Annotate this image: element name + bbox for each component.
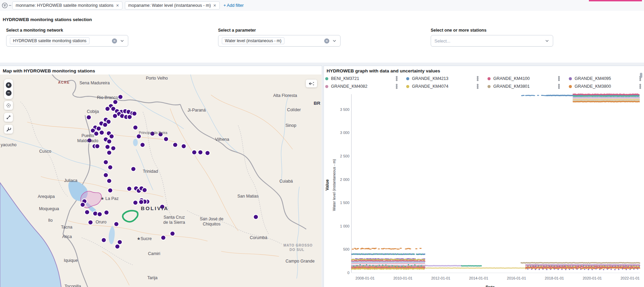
station-marker[interactable]: [253, 215, 258, 219]
chevron-down-icon: [545, 38, 549, 43]
station-marker[interactable]: [107, 179, 112, 183]
station-marker[interactable]: [192, 150, 197, 155]
y-tick-label: 1 500: [340, 201, 349, 205]
station-marker[interactable]: [108, 188, 113, 193]
map-canvas[interactable]: Porto VelhoACRESena MadureiraRio BrancoA…: [0, 74, 321, 287]
station-marker[interactable]: [101, 238, 106, 242]
station-marker[interactable]: [161, 235, 166, 240]
station-marker[interactable]: [105, 106, 110, 111]
scatter-chart[interactable]: 05001 0001 5002 0002 5003 0003 5002008-0…: [324, 66, 644, 287]
station-marker[interactable]: [205, 151, 210, 155]
field-label: Select one or more stations: [431, 28, 553, 33]
station-marker[interactable]: [87, 138, 92, 143]
select-controls: ✕: [324, 38, 337, 44]
locate-button[interactable]: [4, 101, 13, 110]
select-field-1: Select a parameterWater level (instantan…: [218, 28, 341, 47]
select-input-1[interactable]: Water level (instantaneous - m)✕: [218, 35, 341, 47]
station-marker[interactable]: [108, 165, 113, 170]
station-marker[interactable]: [94, 131, 99, 136]
station-marker[interactable]: [85, 210, 89, 215]
station-marker[interactable]: [142, 188, 147, 192]
x-tick-label: 2010-01-01: [393, 276, 412, 280]
x-tick-label: 2008-01-01: [356, 276, 375, 280]
map-image: [0, 74, 321, 287]
station-marker[interactable]: [150, 131, 155, 136]
measure-icon: [5, 114, 12, 120]
station-marker[interactable]: [173, 142, 178, 147]
x-tick-label: 2016-01-01: [507, 276, 526, 280]
filter-circle-icon[interactable]: [2, 2, 8, 9]
station-marker[interactable]: [164, 137, 168, 141]
station-marker[interactable]: [131, 167, 136, 171]
section-title: HYDROWEB monitoring stations selection: [3, 17, 92, 22]
select-field-2: Select one or more stationsSelect...: [431, 28, 553, 47]
station-marker[interactable]: [160, 204, 165, 209]
y-tick-label: 2 000: [340, 178, 349, 182]
station-marker[interactable]: [95, 144, 100, 149]
station-marker[interactable]: [86, 115, 91, 120]
station-marker[interactable]: [132, 111, 137, 116]
station-marker[interactable]: [133, 125, 138, 130]
station-marker[interactable]: [113, 114, 117, 118]
station-marker[interactable]: [133, 200, 138, 205]
loading-accent-bar: [589, 0, 642, 1]
selected-value-pill[interactable]: HYDROWEB satelite monitoring stations: [10, 37, 89, 44]
zoom-out-button[interactable]: −: [6, 90, 12, 96]
station-marker[interactable]: [139, 200, 144, 204]
filter-chip-1[interactable]: mopaname: Water level (instantaneous - m…: [125, 1, 220, 10]
station-marker[interactable]: [127, 186, 132, 191]
station-marker[interactable]: [181, 144, 186, 149]
highlighted-region-green[interactable]: [123, 210, 138, 222]
selected-value-pill[interactable]: Water level (instantaneous - m): [222, 37, 284, 44]
station-marker[interactable]: [127, 115, 132, 119]
y-tick-label: 500: [343, 247, 349, 251]
x-axis-title: Date: [485, 285, 495, 287]
station-marker[interactable]: [99, 130, 104, 135]
station-marker[interactable]: [136, 134, 141, 139]
station-marker[interactable]: [118, 95, 123, 99]
station-marker[interactable]: [114, 222, 119, 226]
station-marker[interactable]: [198, 150, 203, 155]
station-marker[interactable]: [103, 173, 108, 178]
collapse-legend-icon: [308, 81, 315, 86]
y-tick-label: 1 000: [340, 224, 349, 228]
tools-button[interactable]: [4, 125, 13, 134]
filter-chip-0[interactable]: monname: HYDROWEB satelite monitoring st…: [12, 1, 122, 10]
roads: [27, 95, 293, 285]
station-marker[interactable]: [107, 139, 112, 144]
locate-icon: [5, 102, 12, 108]
filter-bar: monname: HYDROWEB satelite monitoring st…: [0, 0, 644, 11]
station-marker[interactable]: [170, 231, 175, 236]
station-marker[interactable]: [103, 160, 108, 165]
measure-button[interactable]: [4, 113, 13, 122]
map-panel-title: Map with HYDROWEB monitoring stations: [3, 68, 95, 73]
station-marker[interactable]: [88, 220, 93, 225]
station-marker[interactable]: [104, 210, 109, 215]
station-marker[interactable]: [105, 145, 110, 149]
select-input-0[interactable]: HYDROWEB satelite monitoring stations✕: [6, 35, 128, 47]
station-marker[interactable]: [80, 202, 85, 207]
collapse-legend-button[interactable]: [306, 80, 317, 87]
station-marker[interactable]: [140, 142, 145, 147]
y-tick-label: 3 500: [340, 107, 349, 112]
clear-selection-icon[interactable]: ✕: [112, 38, 117, 44]
station-marker[interactable]: [113, 100, 118, 104]
y-tick-label: 0: [347, 271, 349, 275]
station-marker[interactable]: [158, 132, 163, 137]
tools-icon: [5, 126, 12, 132]
station-marker[interactable]: [117, 240, 122, 244]
station-marker[interactable]: [103, 122, 108, 127]
map-panel: Map with HYDROWEB monitoring stations: [0, 66, 322, 287]
station-marker[interactable]: [111, 146, 116, 151]
chart-data-points: [351, 94, 640, 270]
dashboard-app: monname: HYDROWEB satelite monitoring st…: [0, 0, 644, 287]
station-marker[interactable]: [109, 134, 114, 139]
station-marker[interactable]: [107, 150, 112, 155]
remove-filter-icon[interactable]: ✕: [116, 4, 119, 7]
zoom-in-button[interactable]: +: [6, 82, 12, 88]
station-marker[interactable]: [97, 212, 102, 217]
select-input-2[interactable]: Select...: [431, 35, 553, 47]
remove-filter-icon[interactable]: ✕: [213, 4, 216, 7]
add-filter-button[interactable]: + Add filter: [222, 3, 245, 8]
clear-selection-icon[interactable]: ✕: [324, 38, 329, 44]
